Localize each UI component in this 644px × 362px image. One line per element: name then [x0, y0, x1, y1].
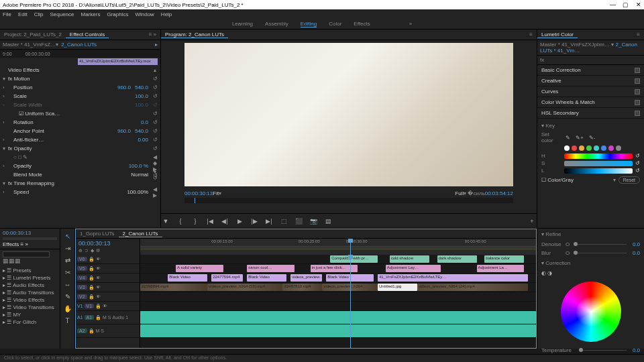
comparison-icon[interactable]: ▤: [323, 217, 333, 226]
maximize-icon[interactable]: ▢: [623, 1, 629, 8]
clip-v4-2[interactable]: 22477594.mp4: [211, 274, 243, 282]
add-marker-icon[interactable]: ▼: [161, 217, 170, 226]
play-icon[interactable]: ▶: [235, 217, 244, 226]
clip-v5-3[interactable]: in just a few click…: [311, 265, 358, 272]
timeline-area[interactable]: Compatible with pr… cold shadow dark sha…: [140, 255, 536, 348]
anchor-x[interactable]: 960.0: [117, 128, 131, 134]
position-y[interactable]: 540.0: [135, 84, 148, 90]
clip-v4-6[interactable]: 41_VmFsZXJpbmE2XzBidVlwLTEy…: [378, 274, 528, 282]
menu-edit[interactable]: Edit: [18, 11, 28, 17]
effects-video-transitions[interactable]: ▸ ☰ Video Transitions: [0, 304, 60, 311]
curves-toggle[interactable]: [635, 89, 640, 95]
program-monitor[interactable]: [184, 43, 513, 186]
eyedropper-icon[interactable]: ✎: [566, 135, 570, 141]
effects-presets[interactable]: ▸ ☰ Presets: [0, 267, 60, 274]
colorgray-label[interactable]: Color/Gray: [547, 177, 574, 183]
clip-v5-2[interactable]: canon cool…: [247, 265, 294, 272]
mark-in-icon[interactable]: {: [176, 217, 185, 226]
temperature-value[interactable]: 0.0: [631, 347, 640, 353]
go-out-icon[interactable]: ▶|: [264, 217, 274, 226]
track-a2-tag[interactable]: A2: [77, 328, 87, 333]
clip-a1[interactable]: [140, 311, 536, 324]
go-in-icon[interactable]: |◀: [205, 217, 215, 226]
tab-program[interactable]: Program: 2_Canon LUTs: [161, 32, 228, 38]
menu-help[interactable]: Help: [161, 11, 172, 17]
lumetri-hsl[interactable]: HSL Secondary: [541, 110, 579, 116]
rotation-value[interactable]: 0.0: [141, 119, 148, 125]
type-tool-icon[interactable]: T: [63, 316, 72, 325]
track-v2-tag[interactable]: V2: [77, 294, 87, 299]
menu-window[interactable]: Window: [135, 11, 154, 17]
eyedropper-add-icon[interactable]: ✎+: [576, 135, 584, 141]
prop-position[interactable]: Position: [8, 84, 117, 90]
panel-menu-icon[interactable]: ≡ »: [145, 32, 160, 38]
tl-snap-icon[interactable]: ⊕: [78, 248, 83, 253]
extract-icon[interactable]: ⬛: [294, 217, 303, 226]
menu-clip[interactable]: Clip: [34, 11, 44, 17]
clip-a2[interactable]: [140, 324, 536, 337]
prop-speed[interactable]: Speed: [8, 189, 127, 195]
denoise-slider[interactable]: [574, 244, 627, 245]
timeline-tab-canon[interactable]: 2_Canon LUTs: [119, 231, 162, 237]
effects-audio-effects[interactable]: ▸ ☰ Audio Effects: [0, 282, 60, 289]
clip-v5-1[interactable]: A solid variety: [176, 265, 223, 272]
temperature-slider[interactable]: [579, 350, 627, 351]
blur-value[interactable]: 0.0: [631, 250, 640, 256]
clip-v6-1[interactable]: Compatible with pr…: [330, 255, 378, 263]
prop-antiflicker[interactable]: Anti-flicker…: [8, 137, 138, 143]
fx-time-remap[interactable]: fx Time Remapping: [8, 180, 158, 186]
workspace-assembly[interactable]: Assembly: [265, 21, 288, 27]
prop-opacity[interactable]: Opacity: [8, 163, 129, 169]
effects-glitch[interactable]: ▸ ☰ For Glitch: [0, 318, 60, 326]
clip-v6-2[interactable]: cold shadow: [390, 255, 429, 263]
razor-tool-icon[interactable]: ✂: [63, 267, 72, 277]
effects-audio-transitions[interactable]: ▸ ☰ Audio Transitions: [0, 289, 60, 296]
selection-tool-icon[interactable]: ↖: [63, 231, 72, 241]
button-editor-icon[interactable]: +: [527, 217, 537, 226]
hsl-toggle[interactable]: [635, 111, 640, 116]
hsl-color-swatches[interactable]: [564, 145, 640, 151]
clip-v5-5[interactable]: Adjustment La…: [477, 265, 525, 272]
track-v3-tag[interactable]: V3: [77, 285, 87, 290]
track-a1-tag[interactable]: A1: [85, 315, 95, 320]
dropdown-icon[interactable]: ▾: [56, 42, 58, 48]
hsl-h-slider[interactable]: [564, 154, 633, 159]
lumetri-creative[interactable]: Creative: [541, 78, 561, 84]
hsl-l-slider[interactable]: [564, 168, 633, 174]
workspace-editing[interactable]: Editing: [301, 21, 317, 27]
prop-anchor[interactable]: Anchor Point: [8, 128, 117, 134]
track-select-tool-icon[interactable]: ⇥: [63, 243, 72, 253]
effects-lumetri-presets[interactable]: ▸ ☰ Lumetri Presets: [0, 274, 60, 282]
opacity-value[interactable]: 100.0 %: [129, 163, 148, 169]
step-fwd-icon[interactable]: |▶: [250, 217, 259, 226]
blur-slider[interactable]: [574, 253, 627, 253]
track-v1-tag[interactable]: V1: [85, 304, 95, 308]
clip-v6-4[interactable]: balance color: [484, 255, 524, 263]
ripple-tool-icon[interactable]: ⇄: [63, 255, 72, 265]
antiflicker-value[interactable]: 0.00: [138, 137, 148, 143]
timeline-playhead[interactable]: [350, 239, 351, 255]
clip-v5-4[interactable]: Adjustment Lay…: [386, 265, 441, 272]
tab-effect-controls[interactable]: Effect Controls: [66, 32, 109, 38]
tl-settings-icon[interactable]: ⚙: [96, 248, 100, 253]
hand-tool-icon[interactable]: ✋: [63, 304, 72, 313]
timeline-tc[interactable]: 00:00:30:13: [78, 240, 137, 247]
wheel-mode-1-icon[interactable]: ◐: [541, 270, 546, 276]
track-v4-tag[interactable]: V4: [77, 276, 87, 280]
workspace-learning[interactable]: Learning: [232, 21, 253, 27]
workspace-effects[interactable]: Effects: [354, 21, 370, 27]
scale-value[interactable]: 100.0: [135, 93, 148, 99]
lumetri-basic[interactable]: Basic Correction: [541, 67, 581, 73]
slip-tool-icon[interactable]: ↔: [63, 280, 72, 289]
eyedropper-sub-icon[interactable]: ✎-: [589, 135, 596, 141]
speed-value[interactable]: 100.00%: [127, 189, 148, 195]
tl-marker-icon[interactable]: ◆: [91, 248, 94, 253]
sequence-link[interactable]: 2_Canon LUTs: [61, 42, 97, 48]
hsl-h-reset-icon[interactable]: ↺: [635, 153, 640, 159]
workspace-overflow-icon[interactable]: »: [409, 21, 412, 27]
tab-project[interactable]: Project: 2_Paid_LUTs_2: [0, 32, 66, 38]
denoise-value[interactable]: 0.0: [631, 241, 640, 247]
blend-value[interactable]: Normal: [131, 172, 148, 178]
prop-scale[interactable]: Scale: [8, 93, 135, 99]
clip-v3-5[interactable]: Untitled1.jpg: [378, 284, 417, 291]
